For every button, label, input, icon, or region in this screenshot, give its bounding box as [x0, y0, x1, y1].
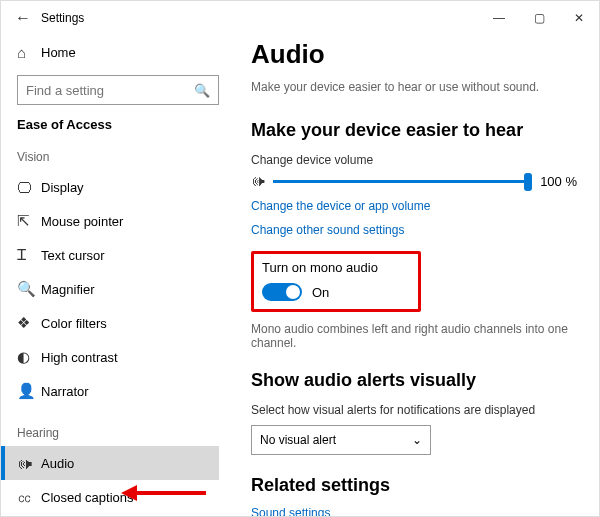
sidebar-item-label: Text cursor [41, 248, 105, 263]
sidebar-item-display[interactable]: 🖵 Display [17, 170, 219, 204]
mono-audio-title: Turn on mono audio [262, 260, 408, 275]
minimize-button[interactable]: — [479, 1, 519, 35]
page-description: Make your device easier to hear or use w… [251, 80, 577, 94]
content-pane: Audio Make your device easier to hear or… [229, 35, 599, 516]
visual-alerts-value: No visual alert [260, 433, 336, 447]
home-label: Home [41, 45, 76, 60]
color-filters-icon: ❖ [17, 314, 41, 332]
sidebar-item-label: Mouse pointer [41, 214, 123, 229]
chevron-down-icon: ⌄ [412, 433, 422, 447]
cursor-icon: Ꮖ [17, 246, 41, 264]
volume-value: 100 % [540, 174, 577, 189]
sidebar-item-audio[interactable]: 🕪 Audio [1, 446, 219, 480]
volume-label: Change device volume [251, 153, 577, 167]
mono-audio-highlight: Turn on mono audio On [251, 251, 421, 312]
link-sound-settings[interactable]: Sound settings [251, 506, 577, 516]
sidebar-item-color-filters[interactable]: ❖ Color filters [17, 306, 219, 340]
sidebar-item-label: Narrator [41, 384, 89, 399]
link-change-other-sound[interactable]: Change other sound settings [251, 223, 577, 237]
toggle-knob [286, 285, 300, 299]
search-box[interactable]: 🔍 [17, 75, 219, 105]
vision-header: Vision [17, 150, 219, 164]
sidebar-item-label: Magnifier [41, 282, 94, 297]
high-contrast-icon: ◐ [17, 348, 41, 366]
volume-slider[interactable] [273, 180, 532, 183]
window-title: Settings [41, 11, 84, 25]
narrator-icon: 👤 [17, 382, 41, 400]
section-easier-to-hear: Make your device easier to hear [251, 120, 577, 141]
hearing-header: Hearing [17, 426, 219, 440]
section-visual-alerts: Show audio alerts visually [251, 370, 577, 391]
sidebar-item-label: High contrast [41, 350, 118, 365]
captions-icon: ㏄ [17, 488, 41, 507]
sidebar-item-label: Audio [41, 456, 74, 471]
back-button[interactable]: ← [9, 9, 37, 27]
visual-alerts-select[interactable]: No visual alert ⌄ [251, 425, 431, 455]
speaker-icon: 🕪 [251, 173, 265, 189]
sidebar-item-label: Display [41, 180, 84, 195]
page-title: Audio [251, 39, 577, 70]
sidebar-item-label: Closed captions [41, 490, 134, 505]
sidebar-item-text-cursor[interactable]: Ꮖ Text cursor [17, 238, 219, 272]
mono-audio-toggle[interactable] [262, 283, 302, 301]
ease-of-access-header: Ease of Access [17, 117, 219, 132]
sidebar: ⌂ Home 🔍 Ease of Access Vision 🖵 Display… [1, 35, 229, 516]
sidebar-item-closed-captions[interactable]: ㏄ Closed captions [17, 480, 219, 514]
maximize-button[interactable]: ▢ [519, 1, 559, 35]
display-icon: 🖵 [17, 179, 41, 196]
search-input[interactable] [26, 83, 194, 98]
slider-thumb[interactable] [524, 173, 532, 191]
search-icon: 🔍 [194, 83, 210, 98]
visual-alerts-label: Select how visual alerts for notificatio… [251, 403, 577, 417]
sidebar-item-label: Color filters [41, 316, 107, 331]
sidebar-item-mouse-pointer[interactable]: ⇱ Mouse pointer [17, 204, 219, 238]
home-nav[interactable]: ⌂ Home [17, 35, 219, 69]
audio-icon: 🕪 [17, 455, 41, 472]
sidebar-item-magnifier[interactable]: 🔍 Magnifier [17, 272, 219, 306]
sidebar-item-high-contrast[interactable]: ◐ High contrast [17, 340, 219, 374]
sidebar-item-narrator[interactable]: 👤 Narrator [17, 374, 219, 408]
mono-audio-description: Mono audio combines left and right audio… [251, 322, 577, 350]
home-icon: ⌂ [17, 44, 41, 61]
magnifier-icon: 🔍 [17, 280, 41, 298]
mono-audio-state: On [312, 285, 329, 300]
close-button[interactable]: ✕ [559, 1, 599, 35]
mouse-icon: ⇱ [17, 212, 41, 230]
link-change-device-volume[interactable]: Change the device or app volume [251, 199, 577, 213]
section-related-settings: Related settings [251, 475, 577, 496]
